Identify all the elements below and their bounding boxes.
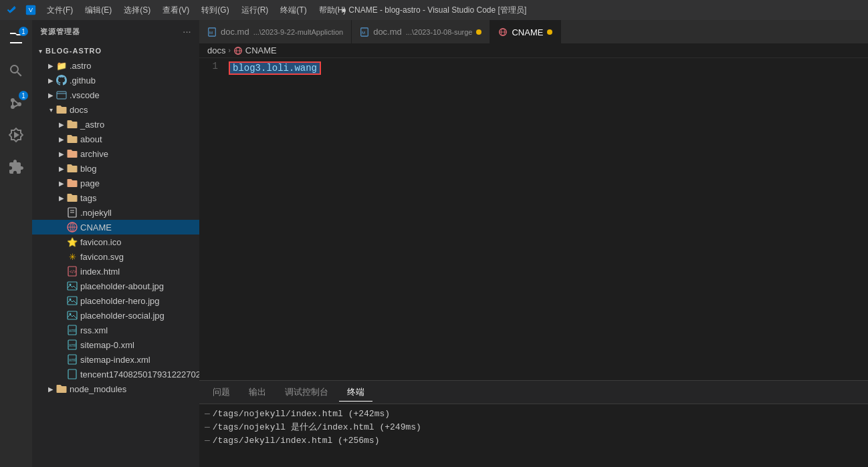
tree-item-sitemap0[interactable]: xml sitemap-0.xml [32, 337, 199, 352]
jpg-icon [67, 281, 78, 291]
tree-item-favicon-svg[interactable]: ✳ favicon.svg [32, 249, 199, 264]
astro-label: .astro [70, 61, 92, 71]
svg-text:M: M [209, 29, 213, 34]
activity-source-control[interactable]: 1 [0, 87, 32, 119]
archive-arrow: ▶ [56, 148, 67, 159]
source-control-badge: 1 [19, 91, 28, 100]
about-label: about [80, 134, 102, 144]
project-root[interactable]: ▾ BLOG-ASTRO [32, 43, 199, 58]
terminal-line-1: — /tags/nojekyll/index.html (+242ms) [205, 407, 863, 420]
editor-content[interactable]: 1 blog3.loli.wang [199, 58, 868, 380]
activity-bar: 1 1 [0, 20, 32, 467]
tags-folder-icon [67, 192, 78, 203]
cname-label: CNAME [80, 222, 112, 232]
activity-extensions[interactable] [0, 151, 32, 183]
panel-tab-problems[interactable]: 问题 [205, 383, 238, 401]
tree-item-cname[interactable]: CNAME [32, 220, 199, 235]
about-folder-icon [67, 134, 78, 144]
menu-goto[interactable]: 转到(G) [196, 3, 234, 17]
tree-item-archive[interactable]: ▶ archive [32, 146, 199, 161]
page-arrow: ▶ [56, 178, 67, 188]
tree-item-nojekyll[interactable]: .nojekyll [32, 205, 199, 220]
svg-line-6 [14, 105, 18, 107]
panel-tab-debug[interactable]: 调试控制台 [277, 383, 336, 401]
tree-item-index-html[interactable]: </> index.html [32, 264, 199, 279]
breadcrumb-docs[interactable]: docs [207, 45, 225, 55]
tree-item-rss[interactable]: xml rss.xml [32, 323, 199, 337]
tree-item-placeholder-about[interactable]: placeholder-about.jpg [32, 279, 199, 293]
menu-items[interactable]: 文件(F) 编辑(E) 选择(S) 查看(V) 转到(G) 运行(R) 终端(T… [41, 3, 351, 17]
title-bar-left: V 文件(F) 编辑(E) 选择(S) 查看(V) 转到(G) 运行(R) 终端… [7, 3, 351, 17]
sidebar-content: ▾ BLOG-ASTRO ▶ 📁 .astro ▶ .github [32, 43, 199, 467]
tree-item-about[interactable]: ▶ about [32, 132, 199, 146]
menu-view[interactable]: 查看(V) [157, 3, 195, 17]
menu-select[interactable]: 选择(S) [118, 3, 156, 17]
panel-content: — /tags/nojekyll/index.html (+242ms) — /… [199, 404, 868, 467]
tab-doc2[interactable]: M doc.md ...\2023-10-08-surge [352, 20, 490, 43]
activity-explorer[interactable]: 1 [0, 23, 32, 55]
sidebar: 资源管理器 ··· ▾ BLOG-ASTRO ▶ 📁 .astro ▶ [32, 20, 199, 467]
svg-rect-21 [68, 297, 77, 305]
tree-item-astro2[interactable]: ▶ _astro [32, 117, 199, 132]
panel-tab-output[interactable]: 输出 [241, 383, 274, 401]
github-label: .github [70, 75, 96, 86]
xml-icon: xml [67, 325, 78, 335]
terminal-line-2: — /tags/nojekyll 是什么/index.html (+249ms) [205, 420, 863, 434]
astro-folder-icon: 📁 [56, 60, 67, 71]
tree-item-sitemap-index[interactable]: xml sitemap-index.xml [32, 352, 199, 367]
menu-run[interactable]: 运行(R) [236, 3, 274, 17]
breadcrumb-sep1: › [228, 47, 230, 54]
terminal-text1: /tags/nojekyll/index.html (+242ms) [213, 409, 390, 419]
code-content: blog3.loli.wang [229, 61, 321, 75]
tab-doc1-path: ...\2023-9-22-multAppliction [253, 28, 344, 36]
tree-item-github[interactable]: ▶ .github [32, 73, 199, 88]
placeholder-social-label: placeholder-social.jpg [80, 311, 165, 321]
sidebar-actions[interactable]: ··· [183, 28, 191, 36]
activity-run-debug[interactable] [0, 119, 32, 151]
activity-search[interactable] [0, 55, 32, 87]
svg-text:M: M [362, 29, 365, 34]
node-folder-icon [56, 383, 67, 394]
svg-text:xml: xml [69, 328, 76, 333]
jpg-icon2 [67, 295, 78, 306]
tree-item-placeholder-social[interactable]: placeholder-social.jpg [32, 308, 199, 323]
menu-edit[interactable]: 编辑(E) [80, 3, 117, 17]
tab-cname[interactable]: CNAME [490, 20, 561, 43]
editor-lines[interactable]: blog3.loli.wang [226, 61, 868, 377]
panel-tab-terminal[interactable]: 终端 [339, 383, 372, 402]
breadcrumb-cname[interactable]: CNAME [245, 45, 277, 55]
nojekyll-label: .nojekyll [80, 208, 112, 218]
tags-arrow: ▶ [56, 192, 67, 203]
menu-bar: V [25, 5, 36, 15]
docs-arrow: ▾ [45, 104, 56, 115]
more-actions-icon[interactable]: ··· [183, 28, 191, 36]
tree-item-astro[interactable]: ▶ 📁 .astro [32, 58, 199, 73]
svg-rect-31 [68, 369, 76, 379]
rss-label: rss.xml [80, 325, 108, 335]
index-html-label: index.html [80, 267, 120, 277]
tree-item-vscode[interactable]: ▶ .vscode [32, 88, 199, 102]
tree-item-node-modules[interactable]: ▶ node_modules [32, 381, 199, 396]
tree-item-tencent[interactable]: tencent17408250179312227020.txt [32, 367, 199, 381]
sidebar-title: 资源管理器 [40, 27, 80, 37]
ico-icon: ⭐ [67, 237, 78, 247]
tree-item-blog[interactable]: ▶ blog [32, 161, 199, 176]
tree-item-favicon-ico[interactable]: ⭐ favicon.ico [32, 235, 199, 249]
astro2-arrow: ▶ [56, 119, 67, 130]
tree-item-page[interactable]: ▶ page [32, 176, 199, 190]
tab-cname-label: CNAME [512, 27, 543, 37]
tab-doc2-path: ...\2023-10-08-surge [406, 28, 473, 36]
tab-doc1[interactable]: M doc.md ...\2023-9-22-multAppliction [199, 20, 352, 43]
tencent-label: tencent17408250179312227020.txt [80, 369, 199, 379]
html-icon: </> [67, 266, 78, 277]
tree-item-tags[interactable]: ▶ tags [32, 190, 199, 205]
tab-doc2-label: doc.md [373, 27, 402, 37]
blog-folder-icon [67, 163, 78, 174]
tree-item-placeholder-hero[interactable]: placeholder-hero.jpg [32, 293, 199, 308]
tab-doc2-modified-dot [476, 29, 481, 35]
search-icon [8, 63, 24, 79]
menu-file[interactable]: 文件(F) [41, 3, 78, 17]
vscode-logo [7, 5, 17, 15]
tree-item-docs[interactable]: ▾ docs [32, 102, 199, 117]
menu-terminal[interactable]: 终端(T) [275, 3, 312, 17]
